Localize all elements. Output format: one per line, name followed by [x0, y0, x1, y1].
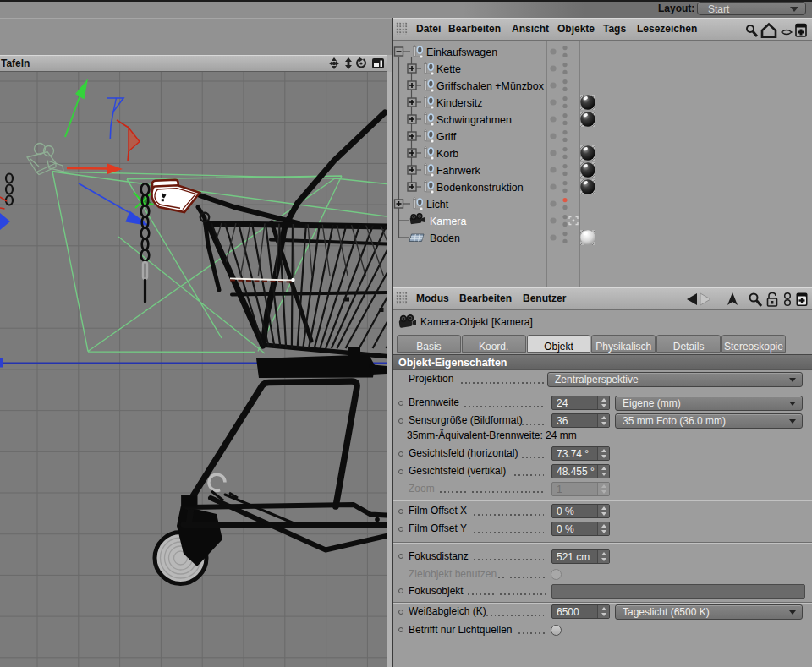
svg-text:Korb: Korb: [436, 148, 458, 160]
svg-text:Licht: Licht: [426, 199, 449, 210]
svg-text:Kindersitz: Kindersitz: [436, 97, 482, 109]
svg-text:Griffschalen +Münzbox: Griffschalen +Münzbox: [436, 80, 545, 92]
svg-text:Fahrwerk: Fahrwerk: [436, 165, 480, 177]
svg-text:Bodenkonstruktion: Bodenkonstruktion: [436, 182, 524, 194]
svg-text:Boden: Boden: [430, 232, 460, 244]
svg-text:Kette: Kette: [436, 63, 461, 75]
svg-text:Kamera: Kamera: [430, 216, 466, 227]
svg-text:Einkaufswagen: Einkaufswagen: [426, 46, 497, 58]
svg-text:Griff: Griff: [436, 131, 457, 143]
svg-text:Schwingrahmen: Schwingrahmen: [436, 114, 512, 126]
